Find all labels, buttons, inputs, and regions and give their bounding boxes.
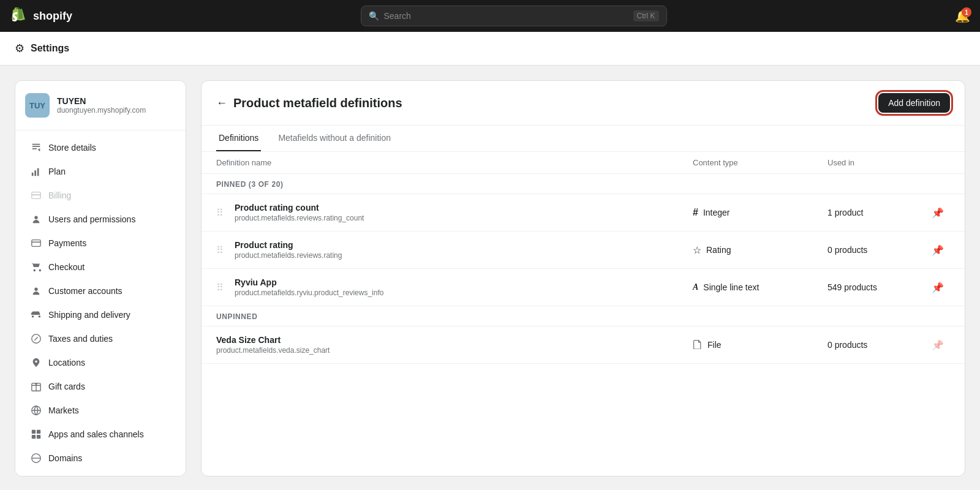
sidebar-item-label: Domains — [48, 453, 82, 463]
notification-button[interactable]: 🔔 1 — [955, 9, 970, 23]
sidebar-item-shipping-delivery[interactable]: Shipping and delivery — [20, 303, 181, 326]
content-type-label: Single line text — [703, 282, 759, 292]
locations-icon — [30, 356, 42, 369]
sidebar-item-label: Payments — [48, 238, 86, 248]
table-row[interactable]: Veda Size Chart product.metafields.veda.… — [202, 326, 965, 364]
users-icon — [30, 213, 42, 225]
row-key: product.metafields.veda.size_chart — [216, 346, 693, 355]
shopify-logo-icon — [10, 7, 28, 25]
svg-rect-12 — [32, 435, 36, 439]
sidebar-item-customer-accounts[interactable]: Customer accounts — [20, 279, 181, 303]
col-used-in: Used in — [827, 158, 925, 167]
sidebar-item-label: Gift cards — [48, 382, 85, 391]
customer-events-icon — [30, 476, 42, 477]
pin-button[interactable]: 📌 — [925, 282, 950, 293]
svg-rect-4 — [32, 194, 40, 195]
drag-handle-icon[interactable]: ⠿ — [216, 207, 235, 219]
store-details-icon — [30, 141, 42, 154]
markets-icon — [30, 404, 42, 417]
sidebar-item-domains[interactable]: Domains — [20, 447, 181, 470]
page-title: Product metafield definitions — [233, 96, 402, 110]
tab-metafields-without-definition[interactable]: Metafields without a definition — [276, 126, 393, 151]
pinned-section-label: PINNED (3 OF 20) — [202, 174, 965, 194]
drag-handle-icon[interactable]: ⠿ — [216, 244, 235, 256]
sidebar-item-label: Users and permissions — [48, 214, 135, 224]
payments-icon — [30, 237, 42, 249]
row-name-cell: Ryviu App product.metafields.ryviu.produ… — [235, 277, 693, 297]
content-type-icon: A — [693, 282, 698, 292]
col-content-type: Content type — [693, 158, 827, 167]
pin-button[interactable]: 📌 — [925, 244, 950, 256]
search-bar[interactable]: 🔍 Ctrl K — [361, 6, 667, 26]
sidebar-item-label: Markets — [48, 405, 79, 415]
taxes-icon — [30, 333, 42, 345]
sidebar-item-markets[interactable]: Markets — [20, 399, 181, 422]
content-type-label: File — [707, 340, 722, 350]
sidebar-item-gift-cards[interactable]: Gift cards — [20, 375, 181, 398]
main-content: ← Product metafield definitions Add defi… — [201, 80, 965, 477]
shipping-icon — [30, 309, 42, 321]
sidebar: TUY TUYEN duongtuyen.myshopify.com Store… — [15, 80, 186, 477]
content-type-cell: # Integer — [693, 207, 827, 218]
col-actions — [925, 158, 950, 167]
customer-accounts-icon — [30, 285, 42, 297]
domains-icon — [30, 452, 42, 464]
sidebar-item-checkout[interactable]: Checkout — [20, 255, 181, 279]
sidebar-item-apps-sales-channels[interactable]: Apps and sales channels — [20, 423, 181, 446]
settings-icon: ⚙ — [15, 42, 24, 55]
back-button[interactable]: ← — [216, 97, 227, 108]
row-name: Product rating — [235, 240, 693, 250]
account-domain: duongtuyen.myshopify.com — [57, 106, 146, 115]
col-definition-name: Definition name — [216, 158, 693, 167]
checkout-icon — [30, 261, 42, 273]
sidebar-item-locations[interactable]: Locations — [20, 351, 181, 374]
plan-icon — [30, 165, 42, 178]
svg-rect-1 — [34, 170, 36, 176]
used-in-cell: 549 products — [827, 282, 925, 292]
svg-rect-13 — [37, 435, 40, 439]
sidebar-item-taxes-duties[interactable]: Taxes and duties — [20, 327, 181, 350]
table-row[interactable]: ⠿ Product rating product.metafields.revi… — [202, 232, 965, 269]
account-section[interactable]: TUY TUYEN duongtuyen.myshopify.com — [15, 81, 186, 130]
sidebar-item-label: Checkout — [48, 262, 85, 272]
table-row[interactable]: ⠿ Product rating count product.metafield… — [202, 194, 965, 232]
pin-button[interactable]: 📌 — [925, 339, 950, 351]
account-info: TUYEN duongtuyen.myshopify.com — [57, 96, 146, 115]
used-in-cell: 1 product — [827, 208, 925, 217]
table-header: Definition name Content type Used in — [202, 152, 965, 174]
search-input[interactable] — [384, 11, 628, 21]
row-name-cell: Veda Size Chart product.metafields.veda.… — [216, 335, 693, 355]
tab-definitions[interactable]: Definitions — [216, 126, 261, 151]
sidebar-item-label: Customer accounts — [48, 286, 123, 296]
billing-icon — [30, 189, 42, 202]
row-key: product.metafields.reviews.rating — [235, 251, 693, 260]
svg-rect-10 — [32, 430, 36, 434]
content-type-cell: File — [693, 339, 827, 351]
search-icon: 🔍 — [369, 11, 379, 21]
pin-button[interactable]: 📌 — [925, 207, 950, 219]
row-name: Ryviu App — [235, 277, 693, 287]
topnav-right: 🔔 1 — [955, 9, 970, 23]
add-definition-button[interactable]: Add definition — [878, 93, 950, 113]
drag-handle-icon[interactable]: ⠿ — [216, 282, 235, 293]
sidebar-item-store-details[interactable]: Store details — [20, 136, 181, 159]
content-type-icon: # — [693, 207, 698, 218]
sidebar-item-users-permissions[interactable]: Users and permissions — [20, 208, 181, 231]
sidebar-item-plan[interactable]: Plan — [20, 160, 181, 183]
sidebar-item-billing: Billing — [20, 184, 181, 207]
sidebar-nav: Store details Plan Billing Users and per… — [15, 130, 186, 477]
svg-rect-2 — [37, 168, 39, 176]
content-type-icon: ☆ — [693, 244, 701, 256]
sidebar-item-label: Locations — [48, 358, 85, 368]
content-type-icon — [693, 339, 703, 351]
sidebar-item-payments[interactable]: Payments — [20, 232, 181, 255]
logo-text: shopify — [33, 10, 72, 23]
sidebar-item-label: Store details — [48, 143, 96, 153]
top-navigation: shopify 🔍 Ctrl K 🔔 1 — [0, 0, 980, 32]
avatar: TUY — [25, 93, 50, 118]
title-group: ← Product metafield definitions — [216, 96, 402, 110]
table-row[interactable]: ⠿ Ryviu App product.metafields.ryviu.pro… — [202, 269, 965, 306]
shopify-logo: shopify — [10, 7, 72, 25]
row-name-cell: Product rating count product.metafields.… — [235, 203, 693, 222]
used-in-cell: 0 products — [827, 340, 925, 350]
